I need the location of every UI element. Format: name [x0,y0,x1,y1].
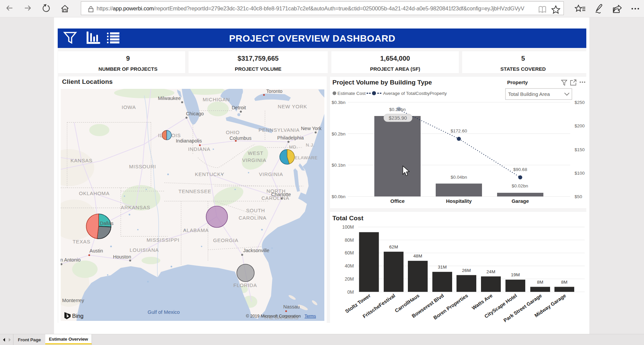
svg-text:MISSOURI: MISSOURI [129,164,156,169]
svg-text:New York: New York [301,126,322,131]
svg-text:$150: $150 [575,147,585,152]
svg-text:GEORGIA: GEORGIA [213,237,238,243]
svg-text:$200: $200 [575,123,585,128]
svg-text:Jacksonville: Jacksonville [243,248,269,253]
svg-text:Indianapolis: Indianapolis [176,138,202,143]
svg-text:Garage: Garage [512,198,529,204]
svg-text:0M: 0M [347,289,354,295]
svg-text:INDIANA: INDIANA [188,146,210,152]
svg-text:20M: 20M [345,276,354,282]
svg-text:Total Building Area: Total Building Area [508,91,550,97]
svg-text:PENNSYLVANIA: PENNSYLVANIA [259,127,300,133]
svg-text:CAROLINA: CAROLINA [238,215,266,221]
svg-text:Total Cost: Total Cost [332,215,364,222]
svg-text:100M: 100M [342,224,354,230]
svg-text:Watts Ave: Watts Ave [471,293,493,311]
svg-text:Gulf of Mexico: Gulf of Mexico [148,309,180,315]
svg-text:© 2019 Microsoft Corporation: © 2019 Microsoft Corporation [246,314,301,319]
svg-text:SOUTH: SOUTH [246,208,265,213]
svg-text:$0.2bn: $0.2bn [332,131,345,136]
svg-text:ARKANSAS: ARKANSAS [121,205,150,210]
svg-text:24M: 24M [486,269,495,274]
svg-text:Houston: Houston [113,254,131,260]
svg-text:Chicago: Chicago [186,111,204,116]
svg-text:Project Volume by Building Typ: Project Volume by Building Type [332,79,432,86]
svg-text:ALABAMA: ALABAMA [183,227,209,233]
svg-text:Nassau: Nassau [283,304,300,309]
svg-text:60M: 60M [345,250,354,255]
svg-text:WEST: WEST [248,150,264,156]
svg-text:TENNESSEE: TENNESSEE [178,188,211,194]
svg-text:Charlotte: Charlotte [271,192,291,197]
svg-text:KENTUCKY: KENTUCKY [195,171,224,177]
svg-text:80M: 80M [345,237,354,243]
svg-text:MISSISSIPPI: MISSISSIPPI [147,237,179,243]
svg-text:$90.68: $90.68 [513,167,527,172]
svg-text:IOWA: IOWA [122,104,136,110]
svg-text:$235.90: $235.90 [389,115,407,121]
svg-text:Detroit: Detroit [232,105,246,110]
svg-text:KANSAS: KANSAS [70,158,93,163]
svg-text:LOUISIANA: LOUISIANA [129,247,159,253]
svg-text:Dallas: Dallas [100,221,113,226]
svg-text:N.J.: N.J. [306,142,315,148]
svg-text:$0.26bn: $0.26bn [389,107,406,112]
svg-text:OKLAHOMA: OKLAHOMA [79,190,109,196]
svg-text:Property: Property [507,79,528,85]
svg-text:OHIO: OHIO [226,129,240,135]
svg-text:$172.60: $172.60 [451,128,467,133]
svg-text:Estimate Cost: Estimate Cost [337,91,366,96]
svg-text:31M: 31M [438,265,446,270]
svg-text:$0.02bn: $0.02bn [512,183,528,188]
svg-text:40M: 40M [345,263,354,269]
svg-text:Milwaukee: Milwaukee [158,96,181,101]
svg-text:n Antonio: n Antonio [61,257,80,263]
svg-text:DELAWARE: DELAWARE [291,155,318,160]
svg-text:$0.1bn: $0.1bn [332,163,345,168]
svg-text:$0.04bn: $0.04bn [451,175,467,180]
svg-text:VIRGINIA: VIRGINIA [259,171,283,177]
svg-text:Toronto: Toronto [266,89,282,94]
svg-text:MD.: MD. [289,145,298,150]
svg-text:TEXAS: TEXAS [72,239,90,244]
svg-text:$50: $50 [575,194,582,199]
svg-text:Terms: Terms [305,314,316,319]
svg-text:$0.3bn: $0.3bn [332,100,345,105]
svg-text:Average of TotalCostbyProperty: Average of TotalCostbyProperty [383,91,447,96]
svg-text:$0.0bn: $0.0bn [332,194,345,199]
svg-text:Bing: Bing [72,313,84,319]
svg-text:Austin: Austin [90,248,103,253]
svg-text:$100: $100 [575,171,585,176]
svg-text:VIRGINIA: VIRGINIA [242,157,266,163]
svg-text:8M: 8M [561,280,568,285]
svg-text:Philadelphia: Philadelphia [277,135,304,140]
svg-text:26M: 26M [462,268,471,273]
svg-text:48M: 48M [413,253,422,258]
svg-text:62M: 62M [389,244,398,249]
svg-text:Columbus: Columbus [229,135,251,141]
svg-text:Monterrey: Monterrey [62,298,84,303]
svg-text:NEW YORK: NEW YORK [278,104,307,109]
svg-text:Office: Office [390,198,405,204]
svg-text:Hospitality: Hospitality [446,198,472,204]
svg-text:MICHIGAN: MICHIGAN [203,97,230,102]
svg-text:FLORIDA: FLORIDA [233,282,257,288]
svg-text:$250: $250 [575,100,585,105]
svg-text:19M: 19M [511,272,520,277]
svg-text:8M: 8M [537,280,543,285]
